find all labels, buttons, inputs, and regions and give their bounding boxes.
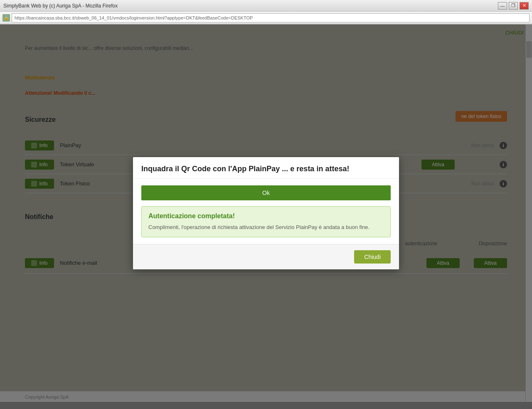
modal-body: Ok Autenticazione completata! Compliment… (133, 179, 399, 244)
modal-header: Inquadra il Qr Code con l'App PlainPay .… (133, 157, 399, 179)
browser-chrome: SimplyBank Web by (c) Auriga SpA - Mozil… (0, 0, 532, 25)
success-message-box: Autenticazione completata! Complimenti, … (141, 206, 391, 238)
modal-dialog: Inquadra il Qr Code con l'App PlainPay .… (133, 157, 399, 270)
chiudi-button[interactable]: Chiudi (354, 250, 391, 264)
success-title: Autenticazione completata! (148, 212, 384, 220)
page-background: CHIUDI Per aumentare il livello di sic..… (0, 25, 532, 402)
success-text: Complimenti, l'operazione di richiesta a… (148, 223, 384, 232)
url-text: https://bancaincasa.sba.bcc.it/sbweb_06_… (15, 15, 253, 20)
modal-overlay: Inquadra il Qr Code con l'App PlainPay .… (0, 25, 532, 402)
modal-footer: Chiudi (133, 244, 399, 269)
modal-title: Inquadra il Qr Code con l'App PlainPay .… (141, 165, 391, 173)
window-controls: — ❐ ✕ (498, 2, 529, 10)
restore-btn[interactable]: ❐ (509, 2, 518, 10)
minimize-btn[interactable]: — (498, 2, 507, 10)
close-btn[interactable]: ✕ (520, 2, 529, 10)
browser-title: SimplyBank Web by (c) Auriga SpA - Mozil… (3, 3, 118, 9)
title-bar: SimplyBank Web by (c) Auriga SpA - Mozil… (0, 0, 532, 12)
lock-icon: 🔒 (2, 14, 10, 22)
ok-button[interactable]: Ok (141, 185, 391, 200)
nav-bar: 🔒 https://bancaincasa.sba.bcc.it/sbweb_0… (0, 12, 532, 24)
address-bar[interactable]: https://bancaincasa.sba.bcc.it/sbweb_06_… (12, 13, 530, 22)
